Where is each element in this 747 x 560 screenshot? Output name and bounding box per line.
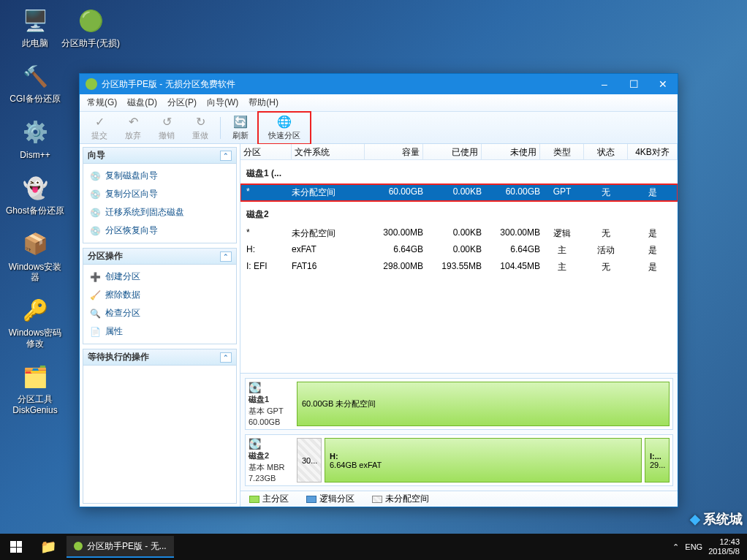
windows-icon — [10, 541, 22, 553]
menu-wizard[interactable]: 向导(W) — [202, 95, 243, 110]
menu-bar: 常规(G) 磁盘(D) 分区(P) 向导(W) 帮助(H) — [80, 94, 678, 112]
menu-general[interactable]: 常规(G) — [83, 95, 121, 110]
collapse-icon[interactable]: ⌃ — [220, 251, 232, 262]
op-check-partition[interactable]: 🔍检查分区 — [85, 304, 235, 322]
col-4k[interactable]: 4KB对齐 — [628, 144, 678, 159]
discard-icon: ↶ — [129, 115, 138, 129]
menu-disk[interactable]: 磁盘(D) — [123, 95, 162, 110]
col-partition[interactable]: 分区 — [240, 144, 292, 159]
wizard-partition-recovery[interactable]: 💿分区恢复向导 — [85, 222, 235, 240]
collapse-icon[interactable]: ⌃ — [220, 352, 232, 363]
desktop-icon-this-pc[interactable]: 🖥️此电脑 — [6, 6, 64, 48]
disk-map-2[interactable]: 💽 磁盘2 基本 MBR 7.23GB 30... H:6.64GB exFAT… — [245, 434, 673, 486]
taskbar-task-app[interactable]: 分区助手PE版 - 无... — [67, 536, 174, 558]
col-used[interactable]: 已使用 — [423, 144, 482, 159]
desktop-icon-win-install[interactable]: 📦Windows安装器 — [6, 230, 64, 283]
page-icon: 📄 — [89, 326, 101, 338]
partition-table: 磁盘1 (... *未分配空间60.00GB0.00KB60.00GBGPT无是… — [240, 160, 678, 373]
search-icon: 🔍 — [89, 308, 101, 319]
table-header: 分区 文件系统 容量 已使用 未使用 类型 状态 4KB对齐 — [240, 144, 678, 160]
partition-ops-panel: 分区操作⌃ ➕创建分区 🧹擦除数据 🔍检查分区 📄属性 — [83, 248, 237, 344]
toolbar-separator — [220, 117, 221, 139]
system-tray: ⌃ ENG 12:43 2018/5/8 — [665, 537, 747, 556]
wizard-panel: 向导⌃ 💿复制磁盘向导 💿复制分区向导 💿迁移系统到固态磁盘 💿分区恢复向导 — [83, 147, 237, 243]
legend-primary: 主分区 — [249, 493, 289, 505]
desktop-icon-cgi[interactable]: 🔨CGI备份还原 — [6, 61, 64, 104]
col-filesystem[interactable]: 文件系统 — [292, 144, 365, 159]
refresh-icon: 🔄 — [233, 115, 248, 129]
window-title: 分区助手PE版 - 无损分区免费软件 — [102, 78, 235, 91]
pending-ops-panel: 等待执行的操作⌃ — [83, 349, 237, 504]
partition-block[interactable]: I:...29... — [645, 438, 670, 483]
table-row[interactable]: *未分配空间300.00MB0.00KB300.00MB逻辑无是 — [240, 225, 678, 242]
menu-help[interactable]: 帮助(H) — [244, 95, 283, 110]
tool-bar: ✓提交 ↶放弃 ↺撤销 ↻重做 🔄刷新 🌐快速分区 — [80, 112, 678, 144]
highlight-quick-partition: 🌐快速分区 — [257, 111, 311, 145]
minimize-button[interactable]: – — [590, 74, 619, 94]
col-free[interactable]: 未使用 — [482, 144, 540, 159]
partition-ops-title: 分区操作 — [88, 250, 123, 262]
collapse-icon[interactable]: ⌃ — [220, 151, 232, 161]
tray-up-icon[interactable]: ⌃ — [672, 542, 679, 552]
taskbar-pin-explorer[interactable]: 📁 — [32, 534, 64, 560]
disk1-header[interactable]: 磁盘1 (... — [240, 160, 678, 184]
lang-indicator[interactable]: ENG — [685, 542, 702, 551]
start-button[interactable] — [0, 534, 32, 560]
desktop-icon-ghost[interactable]: 👻Ghost备份还原 — [6, 173, 64, 216]
partition-block[interactable]: 30... — [297, 438, 322, 483]
redo-icon: ↻ — [196, 115, 205, 129]
toolbar-discard[interactable]: ↶放弃 — [116, 113, 150, 143]
watermark-logo: ◆ 系统城 — [690, 510, 743, 528]
disk-icon: 💽 — [249, 382, 261, 393]
legend-logical: 逻辑分区 — [306, 493, 354, 505]
menu-partition[interactable]: 分区(P) — [163, 95, 201, 110]
table-row[interactable]: *未分配空间60.00GB0.00KB60.00GBGPT无是 — [240, 184, 678, 201]
table-row[interactable]: H:exFAT6.64GB0.00KB6.64GB主活动是 — [240, 242, 678, 259]
disk-icon: 💿 — [89, 225, 101, 237]
app-icon — [74, 542, 83, 550]
desktop-icon-win-pwd[interactable]: 🔑Windows密码修改 — [6, 295, 64, 349]
wizard-copy-disk[interactable]: 💿复制磁盘向导 — [85, 167, 235, 185]
desktop-icon-dism[interactable]: ⚙️Dism++ — [6, 118, 64, 160]
op-properties[interactable]: 📄属性 — [85, 322, 235, 341]
op-wipe-data[interactable]: 🧹擦除数据 — [85, 286, 235, 304]
disk-icon: 💽 — [249, 438, 261, 450]
wizard-migrate-ssd[interactable]: 💿迁移系统到固态磁盘 — [85, 203, 235, 222]
desktop-icon-diskgenius[interactable]: 🗂️分区工具DiskGenius — [6, 362, 64, 415]
wizard-copy-partition[interactable]: 💿复制分区向导 — [85, 185, 235, 203]
table-row[interactable]: I: EFIFAT16298.00MB193.55MB104.45MB主无是 — [240, 259, 678, 276]
undo-icon: ↺ — [162, 115, 172, 129]
main-panel: 分区 文件系统 容量 已使用 未使用 类型 状态 4KB对齐 磁盘1 (... … — [240, 144, 678, 507]
toolbar-undo[interactable]: ↺撤销 — [150, 113, 183, 143]
disk-icon: 💿 — [89, 207, 101, 219]
op-create-partition[interactable]: ➕创建分区 — [85, 268, 235, 286]
col-type[interactable]: 类型 — [540, 144, 584, 159]
disk-icon: 💿 — [89, 170, 101, 182]
maximize-button[interactable]: ☐ — [619, 74, 648, 94]
left-sidebar: 向导⌃ 💿复制磁盘向导 💿复制分区向导 💿迁移系统到固态磁盘 💿分区恢复向导 分… — [80, 144, 240, 507]
legend-unallocated: 未分配空间 — [372, 493, 429, 505]
pending-ops-title: 等待执行的操作 — [88, 351, 149, 363]
title-bar[interactable]: 分区助手PE版 - 无损分区免费软件 – ☐ ✕ — [80, 74, 678, 94]
globe-icon: 🌐 — [277, 115, 292, 129]
disk-map-1[interactable]: 💽 磁盘1 基本 GPT 60.00GB 60.00GB 未分配空间 — [245, 378, 673, 430]
col-capacity[interactable]: 容量 — [365, 144, 423, 159]
app-icon — [86, 78, 97, 90]
disk2-header[interactable]: 磁盘2 — [240, 201, 678, 225]
diamond-icon: ◆ — [690, 511, 700, 527]
legend-bar: 主分区 逻辑分区 未分配空间 — [240, 491, 678, 507]
desktop-icons: 🖥️此电脑 🟢分区助手(无损) 🔨CGI备份还原 ⚙️Dism++ 👻Ghost… — [6, 6, 64, 415]
toolbar-refresh[interactable]: 🔄刷新 — [224, 113, 257, 143]
disk-map-area: 💽 磁盘1 基本 GPT 60.00GB 60.00GB 未分配空间 💽 磁盘2… — [240, 373, 678, 491]
toolbar-apply[interactable]: ✓提交 — [83, 113, 116, 143]
check-icon: ✓ — [95, 115, 105, 129]
col-status[interactable]: 状态 — [584, 144, 628, 159]
desktop-icon-partition-assistant[interactable]: 🟢分区助手(无损) — [61, 6, 120, 48]
wizard-panel-title: 向导 — [88, 149, 105, 162]
partition-block[interactable]: 60.00GB 未分配空间 — [297, 382, 670, 426]
toolbar-redo[interactable]: ↻重做 — [183, 113, 217, 143]
partition-block[interactable]: H:6.64GB exFAT — [325, 438, 642, 483]
toolbar-quick-partition[interactable]: 🌐快速分区 — [259, 113, 309, 143]
clock[interactable]: 12:43 2018/5/8 — [708, 537, 740, 556]
close-button[interactable]: ✕ — [648, 74, 678, 94]
